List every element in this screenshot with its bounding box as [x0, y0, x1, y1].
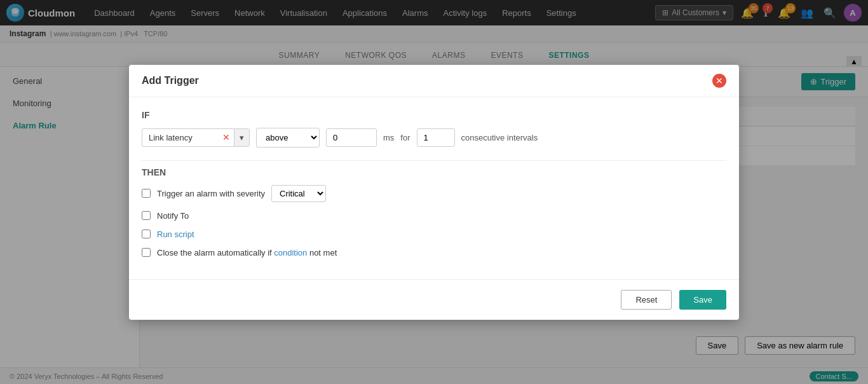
- then-section: THEN Trigger an alarm with severity Crit…: [142, 167, 726, 257]
- run-script-checkbox[interactable]: [142, 230, 151, 238]
- condition-value-input[interactable]: [326, 128, 377, 147]
- modal-overlay: Add Trigger ✕ IF Link latency ✕ ▾ above …: [0, 0, 868, 384]
- trigger-alarm-label: Trigger an alarm with severity: [157, 189, 265, 198]
- modal-save-button[interactable]: Save: [679, 290, 726, 310]
- checkbox-row-close-alarm: Close the alarm automatically if conditi…: [142, 248, 726, 257]
- checkbox-row-notify: Notify To: [142, 211, 726, 221]
- run-script-text: Run script: [157, 230, 194, 239]
- modal-close-button[interactable]: ✕: [712, 74, 726, 88]
- checkbox-row-run-script: Run script: [142, 230, 726, 239]
- divider: [142, 160, 726, 161]
- for-label: for: [400, 133, 410, 142]
- interval-input[interactable]: [417, 128, 455, 147]
- trigger-alarm-text: Trigger an alarm with severity: [157, 189, 265, 198]
- notify-to-label: Notify To: [157, 211, 189, 221]
- notify-to-checkbox[interactable]: [142, 211, 151, 220]
- modal-body: IF Link latency ✕ ▾ above below equal ms: [129, 97, 739, 279]
- metric-clear-button[interactable]: ✕: [219, 130, 234, 145]
- operator-select[interactable]: above below equal: [256, 128, 320, 147]
- trigger-alarm-checkbox[interactable]: [142, 189, 151, 198]
- condition-row: Link latency ✕ ▾ above below equal ms fo…: [142, 128, 726, 147]
- metric-chevron-icon[interactable]: ▾: [234, 129, 249, 146]
- then-label: THEN: [142, 167, 726, 177]
- metric-selector[interactable]: Link latency ✕ ▾: [142, 128, 250, 147]
- notify-to-text: Notify To: [157, 211, 189, 221]
- run-script-label: Run script: [157, 230, 194, 239]
- metric-label: Link latency: [142, 129, 219, 146]
- close-alarm-checkbox[interactable]: [142, 248, 151, 257]
- reset-button[interactable]: Reset: [621, 290, 672, 310]
- severity-select[interactable]: Critical Major Minor Warning Info: [271, 185, 326, 202]
- modal-header: Add Trigger ✕: [129, 65, 739, 97]
- checkbox-row-trigger-alarm: Trigger an alarm with severity Critical …: [142, 185, 726, 202]
- if-label: IF: [142, 110, 726, 120]
- modal-title: Add Trigger: [142, 75, 199, 86]
- consecutive-label: consecutive intervals: [461, 133, 538, 142]
- add-trigger-modal: Add Trigger ✕ IF Link latency ✕ ▾ above …: [129, 65, 739, 320]
- modal-footer: Reset Save: [129, 279, 739, 320]
- close-alarm-text: Close the alarm automatically if conditi…: [157, 248, 337, 257]
- close-alarm-label: Close the alarm automatically if conditi…: [157, 248, 337, 257]
- condition-unit: ms: [383, 133, 394, 142]
